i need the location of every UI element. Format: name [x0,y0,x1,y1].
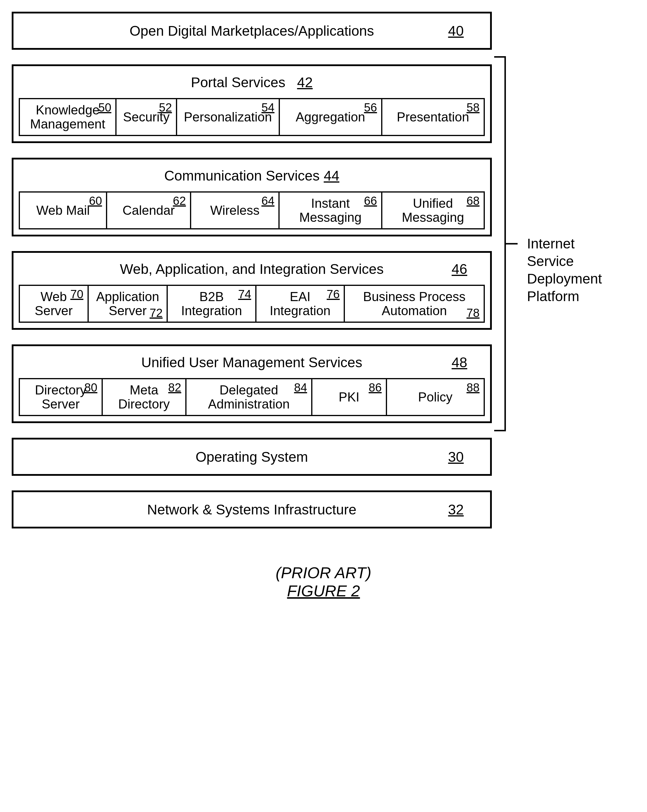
uum-cells: Directory Server 80 Meta Directory 82 De… [19,378,485,416]
figure-caption: (PRIOR ART) FIGURE 2 [12,563,635,600]
cell-ref: 60 [89,194,102,207]
web-services-box: Web, Application, and Integration Servic… [12,251,492,330]
cell-label: Business Process Automation [363,290,465,318]
cell-label: Knowledge Management [30,103,106,131]
os-box: Operating System 30 [12,438,492,476]
portal-title: Portal Services [191,74,286,90]
cell-label: Instant Messaging [299,196,362,225]
cell-eai: EAI Integration 76 [257,285,345,323]
cell-ref: 64 [262,194,275,207]
cell-label: Presentation [397,110,469,124]
cell-app-server: Application Server 72 [89,285,168,323]
cell-ref: 68 [467,194,480,207]
cell-webmail: Web Mail 60 [19,191,107,229]
cell-ref: 62 [173,194,186,207]
cell-label: Personalization [184,110,272,124]
cell-label: Delegated Administration [208,383,290,411]
uum-header: Unified User Management Services 48 [19,351,485,374]
cell-ref: 74 [238,288,251,301]
cell-label: Meta Directory [118,383,170,411]
platform-label: Internet Service Deployment Platform [527,235,602,305]
cell-label: Aggregation [296,110,365,124]
cell-pki: PKI 86 [312,378,387,416]
uum-title: Unified User Management Services [141,354,363,371]
portal-header: Portal Services 42 [19,72,485,94]
caption-prior-art: (PRIOR ART) [275,564,371,582]
bracket-top [494,56,506,58]
uum-ref: 48 [452,354,467,371]
cell-web-server: Web Server 70 [19,285,89,323]
cell-label: Policy [418,390,452,404]
comm-header: Communication Services 44 [19,165,485,187]
cell-ref: 56 [364,101,377,114]
cell-ref: 80 [84,381,98,394]
cell-ref: 54 [262,101,275,114]
os-ref: 30 [448,449,464,465]
comm-cells: Web Mail 60 Calendar 62 Wireless 64 Inst… [19,191,485,229]
cell-ref: 66 [364,194,377,207]
cell-security: Security 52 [116,98,177,136]
cell-meta-directory: Meta Directory 82 [103,378,187,416]
cell-ref: 88 [467,381,480,394]
cell-label: EAI Integration [270,290,330,318]
bracket-tick [506,243,518,245]
portal-services-box: Portal Services 42 Knowledge Management … [12,64,492,143]
cell-ref: 52 [159,101,172,114]
cell-delegated-admin: Delegated Administration 84 [187,378,312,416]
cell-knowledge: Knowledge Management 50 [19,98,116,136]
portal-cells: Knowledge Management 50 Security 52 Pers… [19,98,485,136]
cell-ref: 86 [369,381,382,394]
cell-ref: 72 [150,306,163,319]
comm-ref: 44 [324,168,339,184]
cell-personalization: Personalization 54 [177,98,280,136]
cell-policy: Policy 88 [387,378,485,416]
uum-services-box: Unified User Management Services 48 Dire… [12,344,492,423]
web-cells: Web Server 70 Application Server 72 B2B … [19,285,485,323]
platform-group: Portal Services 42 Knowledge Management … [12,64,492,423]
web-title: Web, Application, and Integration Servic… [120,261,384,277]
web-ref: 46 [452,261,467,277]
cell-label: Calendar [122,203,175,217]
cell-label: Wireless [210,203,260,217]
cell-unified-messaging: Unified Messaging 68 [382,191,485,229]
comm-title: Communication Services [164,168,320,184]
portal-ref: 42 [297,74,313,90]
caption-figure-number: FIGURE 2 [12,582,635,600]
cell-ref: 78 [467,306,480,319]
bracket-bottom [494,430,506,431]
cell-label: Directory Server [35,383,86,411]
cell-b2b: B2B Integration 74 [168,285,256,323]
cell-ref: 58 [467,101,480,114]
cell-presentation: Presentation 58 [382,98,485,136]
cell-wireless: Wireless 64 [191,191,280,229]
os-label: Operating System [196,449,308,465]
infra-ref: 32 [448,502,464,517]
infra-box: Network & Systems Infrastructure 32 [12,490,492,528]
top-box-label: Open Digital Marketplaces/Applications [129,23,374,39]
cell-ref: 76 [327,288,340,301]
cell-ref: 82 [168,381,182,394]
cell-aggregation: Aggregation 56 [280,98,382,136]
cell-ref: 50 [98,101,112,114]
top-box-ref: 40 [448,23,464,39]
cell-ref: 70 [70,288,83,301]
web-header: Web, Application, and Integration Servic… [19,258,485,281]
cell-label: PKI [339,390,359,404]
cell-label: B2B Integration [181,290,242,318]
cell-label: Unified Messaging [402,196,464,225]
cell-instant-messaging: Instant Messaging 66 [280,191,382,229]
cell-ref: 84 [294,381,307,394]
top-box: Open Digital Marketplaces/Applications 4… [12,12,492,50]
cell-bpa: Business Process Automation 78 [345,285,485,323]
infra-label: Network & Systems Infrastructure [147,502,356,517]
cell-directory-server: Directory Server 80 [19,378,103,416]
cell-label: Web Mail [36,203,90,217]
comm-services-box: Communication Services 44 Web Mail 60 Ca… [12,158,492,237]
cell-label: Web Server [35,290,73,318]
cell-calendar: Calendar 62 [107,191,191,229]
